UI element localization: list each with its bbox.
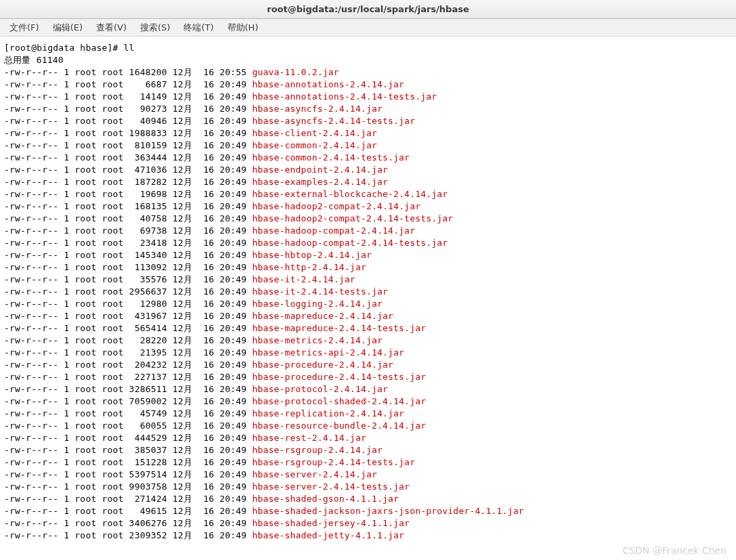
file-name: hbase-procedure-2.4.14-tests.jar: [252, 372, 426, 382]
file-name: hbase-resource-bundle-2.4.14.jar: [252, 421, 426, 431]
listing-row: -rw-r--r-- 1 root root 187282 12月 16 20:…: [4, 176, 732, 188]
terminal-area[interactable]: [root@bigdata hbase]# ll总用量 61140-rw-r--…: [0, 37, 736, 544]
file-name: hbase-examples-2.4.14.jar: [252, 177, 388, 187]
listing-row: -rw-r--r-- 1 root root 385037 12月 16 20:…: [4, 444, 732, 456]
listing-row: -rw-r--r-- 1 root root 168135 12月 16 20:…: [4, 200, 732, 213]
file-name: hbase-metrics-2.4.14.jar: [252, 335, 383, 345]
file-name: hbase-shaded-jackson-jaxrs-json-provider…: [252, 506, 523, 516]
file-name: hbase-metrics-api-2.4.14.jar: [252, 347, 404, 358]
menu-view[interactable]: 查看(V): [91, 20, 132, 36]
file-name: hbase-hadoop-compat-2.4.14.jar: [252, 225, 415, 236]
listing-row: -rw-r--r-- 1 root root 69738 12月 16 20:4…: [4, 225, 732, 237]
file-name: hbase-hadoop-compat-2.4.14-tests.jar: [252, 238, 448, 248]
prompt-line: [root@bigdata hbase]# ll: [4, 42, 732, 54]
file-name: hbase-annotations-2.4.14-tests.jar: [252, 91, 437, 102]
menu-terminal[interactable]: 终端(T): [178, 20, 219, 36]
listing-row: -rw-r--r-- 1 root root 227137 12月 16 20:…: [4, 371, 732, 383]
listing-row: -rw-r--r-- 1 root root 431967 12月 16 20:…: [4, 310, 732, 322]
listing-row: -rw-r--r-- 1 root root 565414 12月 16 20:…: [4, 322, 732, 335]
listing-row: -rw-r--r-- 1 root root 12980 12月 16 20:4…: [4, 298, 732, 310]
file-name: hbase-rsgroup-2.4.14-tests.jar: [252, 457, 415, 467]
listing-row: -rw-r--r-- 1 root root 14149 12月 16 20:4…: [4, 91, 732, 103]
window-titlebar: root@bigdata:/usr/local/spark/jars/hbase: [0, 0, 736, 19]
menu-help[interactable]: 帮助(H): [222, 20, 264, 36]
file-name: guava-11.0.2.jar: [252, 67, 339, 77]
file-name: hbase-shaded-jersey-4.1.1.jar: [252, 518, 410, 528]
file-name: hbase-it-2.4.14.jar: [252, 274, 355, 284]
window-title: root@bigdata:/usr/local/spark/jars/hbase: [267, 4, 469, 14]
listing-row: -rw-r--r-- 1 root root 21395 12月 16 20:4…: [4, 347, 732, 359]
file-name: hbase-client-2.4.14.jar: [252, 128, 377, 138]
listing-row: -rw-r--r-- 1 root root 271424 12月 16 20:…: [4, 493, 732, 505]
listing-row: -rw-r--r-- 1 root root 6687 12月 16 20:49…: [4, 79, 732, 91]
listing-row: -rw-r--r-- 1 root root 3406276 12月 16 20…: [4, 517, 732, 530]
file-name: hbase-asyncfs-2.4.14.jar: [252, 104, 383, 114]
listing-row: -rw-r--r-- 1 root root 1648200 12月 16 20…: [4, 66, 732, 79]
file-name: hbase-protocol-shaded-2.4.14.jar: [252, 396, 426, 406]
listing-row: -rw-r--r-- 1 root root 90273 12月 16 20:4…: [4, 103, 732, 115]
file-name: hbase-it-2.4.14-tests.jar: [252, 286, 388, 297]
file-name: hbase-external-blockcache-2.4.14.jar: [252, 189, 448, 199]
file-name: hbase-protocol-2.4.14.jar: [252, 384, 388, 394]
file-name: hbase-mapreduce-2.4.14-tests.jar: [252, 323, 426, 333]
listing-row: -rw-r--r-- 1 root root 19698 12月 16 20:4…: [4, 188, 732, 200]
listing-row: -rw-r--r-- 1 root root 9903758 12月 16 20…: [4, 481, 732, 493]
listing-row: -rw-r--r-- 1 root root 810159 12月 16 20:…: [4, 139, 732, 152]
listing-row: -rw-r--r-- 1 root root 204232 12月 16 20:…: [4, 359, 732, 371]
listing-row: -rw-r--r-- 1 root root 60055 12月 16 20:4…: [4, 420, 732, 432]
listing-row: -rw-r--r-- 1 root root 5397514 12月 16 20…: [4, 469, 732, 481]
file-name: hbase-shaded-gson-4.1.1.jar: [252, 494, 399, 504]
file-name: hbase-hadoop2-compat-2.4.14.jar: [252, 201, 420, 211]
file-name: hbase-server-2.4.14-tests.jar: [252, 481, 410, 492]
file-name: hbase-common-2.4.14-tests.jar: [252, 152, 410, 163]
listing-row: -rw-r--r-- 1 root root 151228 12月 16 20:…: [4, 456, 732, 469]
listing-row: -rw-r--r-- 1 root root 1988833 12月 16 20…: [4, 127, 732, 139]
listing-row: -rw-r--r-- 1 root root 40758 12月 16 20:4…: [4, 213, 732, 225]
file-name: hbase-procedure-2.4.14.jar: [252, 360, 393, 370]
file-name: hbase-hbtop-2.4.14.jar: [252, 250, 372, 260]
file-name: hbase-annotations-2.4.14.jar: [252, 79, 404, 89]
file-name: hbase-rsgroup-2.4.14.jar: [252, 445, 383, 455]
menubar: 文件(F) 编辑(E) 查看(V) 搜索(S) 终端(T) 帮助(H): [0, 19, 736, 37]
total-line: 总用量 61140: [4, 54, 732, 66]
listing-row: -rw-r--r-- 1 root root 2956637 12月 16 20…: [4, 286, 732, 298]
listing-row: -rw-r--r-- 1 root root 35576 12月 16 20:4…: [4, 274, 732, 286]
file-name: hbase-mapreduce-2.4.14.jar: [252, 311, 393, 321]
listing-row: -rw-r--r-- 1 root root 2309352 12月 16 20…: [4, 530, 732, 542]
file-name: hbase-hadoop2-compat-2.4.14-tests.jar: [252, 213, 453, 223]
menu-edit[interactable]: 编辑(E): [47, 20, 88, 36]
file-name: hbase-server-2.4.14.jar: [252, 469, 377, 479]
listing-row: -rw-r--r-- 1 root root 145340 12月 16 20:…: [4, 249, 732, 261]
file-name: hbase-shaded-jetty-4.1.1.jar: [252, 530, 404, 540]
file-name: hbase-common-2.4.14.jar: [252, 140, 377, 150]
file-name: hbase-logging-2.4.14.jar: [252, 299, 383, 309]
listing-row: -rw-r--r-- 1 root root 363444 12月 16 20:…: [4, 152, 732, 164]
listing-row: -rw-r--r-- 1 root root 23418 12月 16 20:4…: [4, 237, 732, 249]
listing-row: -rw-r--r-- 1 root root 28220 12月 16 20:4…: [4, 335, 732, 347]
file-name: hbase-rest-2.4.14.jar: [252, 433, 366, 443]
listing-row: -rw-r--r-- 1 root root 3286511 12月 16 20…: [4, 383, 732, 395]
file-name: hbase-http-2.4.14.jar: [252, 262, 366, 272]
listing-row: -rw-r--r-- 1 root root 7059002 12月 16 20…: [4, 395, 732, 408]
listing-row: -rw-r--r-- 1 root root 40946 12月 16 20:4…: [4, 115, 732, 127]
file-name: hbase-replication-2.4.14.jar: [252, 408, 404, 418]
menu-search[interactable]: 搜索(S): [135, 20, 175, 36]
menu-file[interactable]: 文件(F): [4, 20, 45, 36]
listing-row: -rw-r--r-- 1 root root 49615 12月 16 20:4…: [4, 505, 732, 517]
listing-row: -rw-r--r-- 1 root root 113092 12月 16 20:…: [4, 261, 732, 274]
file-name: hbase-endpoint-2.4.14.jar: [252, 165, 388, 175]
file-name: hbase-asyncfs-2.4.14-tests.jar: [252, 116, 415, 126]
listing-row: -rw-r--r-- 1 root root 444529 12月 16 20:…: [4, 432, 732, 444]
listing-row: -rw-r--r-- 1 root root 45749 12月 16 20:4…: [4, 408, 732, 420]
listing-row: -rw-r--r-- 1 root root 471036 12月 16 20:…: [4, 164, 732, 176]
